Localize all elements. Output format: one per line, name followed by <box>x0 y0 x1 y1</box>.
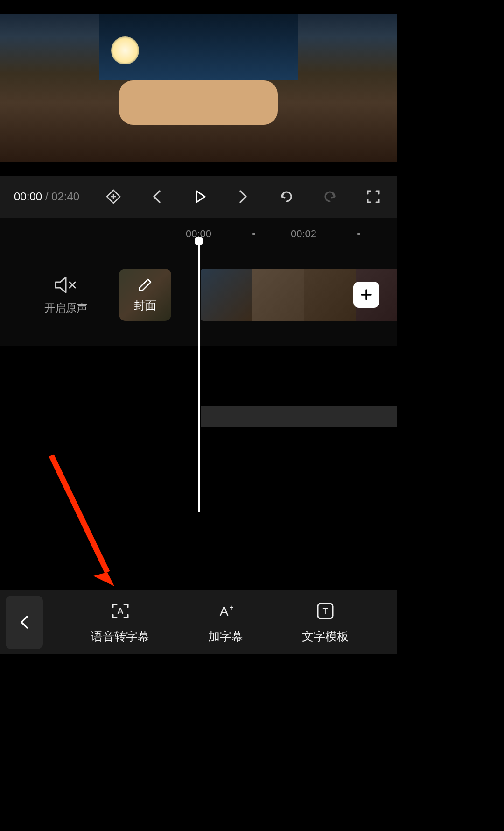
clip-thumbnail <box>304 269 356 321</box>
back-icon <box>19 614 30 631</box>
prev-button[interactable] <box>147 187 166 206</box>
toolbar-item-label: 语音转字幕 <box>91 629 149 644</box>
ruler-mark: 00:02 <box>291 228 316 240</box>
svg-text:+: + <box>229 604 233 611</box>
play-icon <box>191 187 210 206</box>
preview-frame <box>0 14 397 162</box>
add-clip-button[interactable] <box>353 282 379 308</box>
cover-label: 封面 <box>134 298 156 313</box>
play-button[interactable] <box>191 187 210 206</box>
clip-thumbnail <box>201 269 252 321</box>
svg-marker-7 <box>93 572 114 586</box>
prev-icon <box>150 188 163 205</box>
next-button[interactable] <box>234 187 252 206</box>
timeline[interactable]: 00:00 • 00:02 • 开启原声 封面 <box>0 218 397 346</box>
total-time: 02:40 <box>51 190 79 203</box>
original-sound-toggle[interactable]: 开启原声 <box>44 275 87 315</box>
svg-text:A: A <box>117 606 124 616</box>
auto-caption-button[interactable]: A 语音转字幕 <box>91 601 149 644</box>
clip-thumbnail <box>252 269 304 321</box>
keyframe-icon <box>105 188 122 205</box>
playback-controls: 00:00 / 02:40 <box>0 176 397 218</box>
audio-track[interactable] <box>201 406 397 427</box>
back-button[interactable] <box>6 596 43 649</box>
fullscreen-button[interactable] <box>364 187 383 206</box>
redo-button[interactable] <box>321 187 339 206</box>
speaker-muted-icon <box>54 275 78 295</box>
keyframe-button[interactable] <box>104 187 123 206</box>
current-time: 00:00 <box>14 190 42 203</box>
add-caption-icon: A+ <box>216 601 236 621</box>
next-icon <box>237 188 250 205</box>
text-template-icon: T <box>315 601 336 621</box>
original-sound-label: 开启原声 <box>44 301 87 315</box>
undo-button[interactable] <box>277 187 296 206</box>
add-caption-button[interactable]: A+ 加字幕 <box>208 601 243 644</box>
pencil-icon <box>137 277 154 293</box>
time-separator: / <box>42 190 51 203</box>
svg-text:A: A <box>219 604 228 618</box>
auto-caption-icon: A <box>110 601 131 621</box>
annotation-arrow <box>47 451 121 586</box>
undo-icon <box>278 188 295 205</box>
time-display: 00:00 / 02:40 <box>14 190 79 203</box>
ruler-dot: • <box>357 228 361 240</box>
plus-icon <box>360 288 373 301</box>
text-template-button[interactable]: T 文字模板 <box>302 601 349 644</box>
toolbar-item-label: 加字幕 <box>208 629 243 644</box>
video-preview[interactable] <box>0 0 397 176</box>
svg-text:T: T <box>323 607 328 616</box>
svg-line-6 <box>51 455 107 572</box>
ruler-dot: • <box>252 228 256 240</box>
playhead[interactable] <box>198 241 200 512</box>
bottom-toolbar: A 语音转字幕 A+ 加字幕 T 文字模板 <box>0 590 397 654</box>
toolbar-item-label: 文字模板 <box>302 629 349 644</box>
fullscreen-icon <box>366 189 381 204</box>
redo-icon <box>322 188 338 205</box>
cover-button[interactable]: 封面 <box>119 269 171 321</box>
